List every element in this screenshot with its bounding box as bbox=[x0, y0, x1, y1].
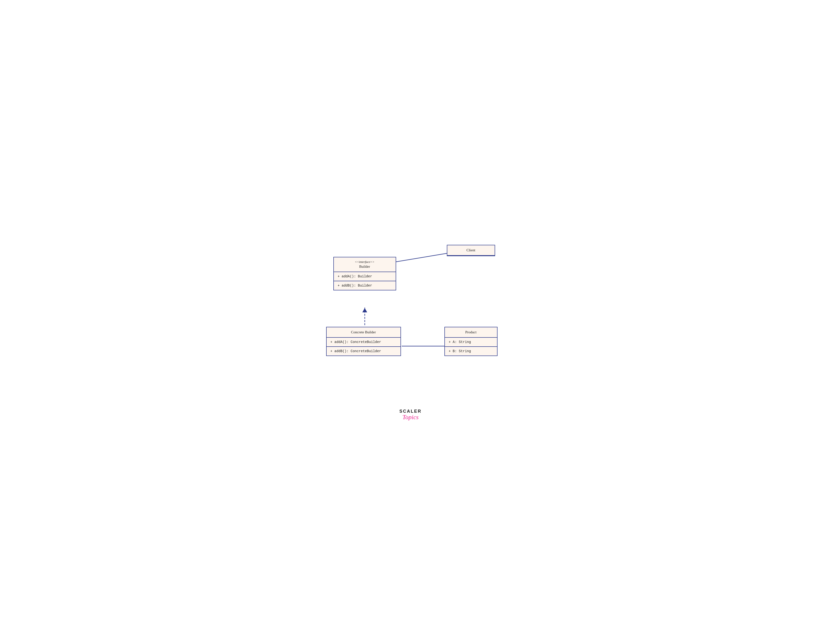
client-header: Client bbox=[447, 245, 495, 256]
product-field-2: + B: String bbox=[445, 347, 497, 356]
product-box: Product + A: String + B: String bbox=[444, 327, 498, 356]
concrete-builder-box: Concrete Builder + addA(): ConcreteBuild… bbox=[326, 327, 401, 356]
logo-scaler-text: SCALER bbox=[399, 409, 421, 414]
builder-header: <<interface>> Builder bbox=[334, 258, 396, 272]
logo: SCALER Topics bbox=[399, 409, 421, 421]
concrete-builder-name: Concrete Builder bbox=[351, 330, 376, 334]
product-header: Product bbox=[445, 327, 497, 338]
client-label: Client bbox=[466, 248, 475, 252]
builder-interface-box: <<interface>> Builder + addA(): Builder … bbox=[334, 257, 396, 290]
client-box: Client bbox=[447, 245, 495, 256]
logo-topics-text: Topics bbox=[399, 414, 421, 421]
builder-method-1: + addA(): Builder bbox=[334, 272, 396, 281]
product-field-1: + A: String bbox=[445, 338, 497, 347]
concrete-builder-header: Concrete Builder bbox=[327, 327, 400, 338]
concrete-builder-method-1: + addA(): ConcreteBuilder bbox=[327, 338, 400, 347]
builder-name: Builder bbox=[338, 264, 392, 269]
builder-stereotype: <<interface>> bbox=[338, 260, 392, 264]
uml-diagram: Client <<interface>> Builder + addA(): B… bbox=[312, 238, 510, 406]
implements-arrow bbox=[362, 308, 367, 312]
builder-method-2: + addB(): Builder bbox=[334, 281, 396, 290]
concrete-builder-method-2: + addB(): ConcreteBuilder bbox=[327, 347, 400, 356]
product-name: Product bbox=[465, 330, 477, 334]
